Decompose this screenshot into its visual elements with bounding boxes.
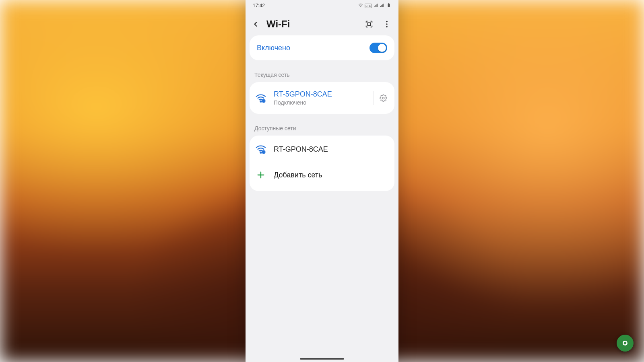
svg-point-13 xyxy=(386,23,388,25)
svg-point-18 xyxy=(382,97,384,99)
svg-rect-1 xyxy=(374,6,375,7)
volte-status-icon: LTE xyxy=(365,4,372,8)
qr-scan-button[interactable] xyxy=(365,20,374,29)
svg-rect-8 xyxy=(384,4,384,7)
current-network-section-label: Текущая сеть xyxy=(246,60,398,82)
wifi-status-icon xyxy=(358,3,363,9)
battery-status-icon xyxy=(386,3,391,9)
svg-rect-4 xyxy=(377,4,378,7)
svg-rect-6 xyxy=(382,5,382,7)
svg-rect-10 xyxy=(388,3,389,4)
svg-rect-3 xyxy=(376,4,377,7)
svg-point-19 xyxy=(260,152,261,153)
wifi-signal-icon xyxy=(255,144,266,155)
available-networks-card: RT-GPON-8CAE Добавить сеть xyxy=(250,136,394,191)
svg-rect-17 xyxy=(263,100,264,101)
status-bar: 17:42 LTE xyxy=(246,0,398,11)
page-header: Wi-Fi xyxy=(246,11,398,35)
svg-point-14 xyxy=(386,26,388,28)
available-network-row[interactable]: RT-GPON-8CAE xyxy=(250,137,394,161)
add-network-label: Добавить сеть xyxy=(274,171,322,179)
svg-point-15 xyxy=(260,101,261,102)
more-options-button[interactable] xyxy=(382,20,391,29)
svg-rect-11 xyxy=(367,23,370,25)
network-settings-button[interactable] xyxy=(374,91,387,105)
add-network-row[interactable]: Добавить сеть xyxy=(250,161,394,189)
wifi-toggle-card: Включено xyxy=(250,35,394,60)
phone-frame: 17:42 LTE Wi-Fi xyxy=(246,0,398,362)
signal-status-icon xyxy=(374,3,378,9)
current-network-status: Подключено xyxy=(274,99,365,106)
wifi-signal-icon xyxy=(255,93,266,104)
svg-rect-2 xyxy=(375,5,376,7)
svg-rect-21 xyxy=(263,152,264,153)
svg-point-0 xyxy=(360,6,361,7)
gesture-bar[interactable] xyxy=(300,358,344,360)
available-network-ssid: RT-GPON-8CAE xyxy=(274,145,387,154)
plus-icon xyxy=(255,169,266,181)
svg-rect-9 xyxy=(388,4,390,7)
overlay-fab-button[interactable] xyxy=(617,335,634,352)
current-network-ssid: RT-5GPON-8CAE xyxy=(274,90,365,99)
signal2-status-icon xyxy=(380,3,385,9)
wifi-toggle-label: Включено xyxy=(257,44,290,52)
svg-rect-7 xyxy=(382,4,383,7)
svg-point-12 xyxy=(386,21,388,23)
back-button[interactable] xyxy=(250,19,261,29)
current-network-row[interactable]: RT-5GPON-8CAE Подключено xyxy=(250,84,394,112)
status-icons: LTE xyxy=(358,3,391,9)
current-network-card: RT-5GPON-8CAE Подключено xyxy=(250,82,394,114)
available-networks-section-label: Доступные сети xyxy=(246,114,398,136)
svg-rect-5 xyxy=(380,6,381,7)
page-title: Wi-Fi xyxy=(266,19,359,30)
wifi-toggle-switch[interactable] xyxy=(369,43,387,53)
status-time: 17:42 xyxy=(253,3,265,8)
